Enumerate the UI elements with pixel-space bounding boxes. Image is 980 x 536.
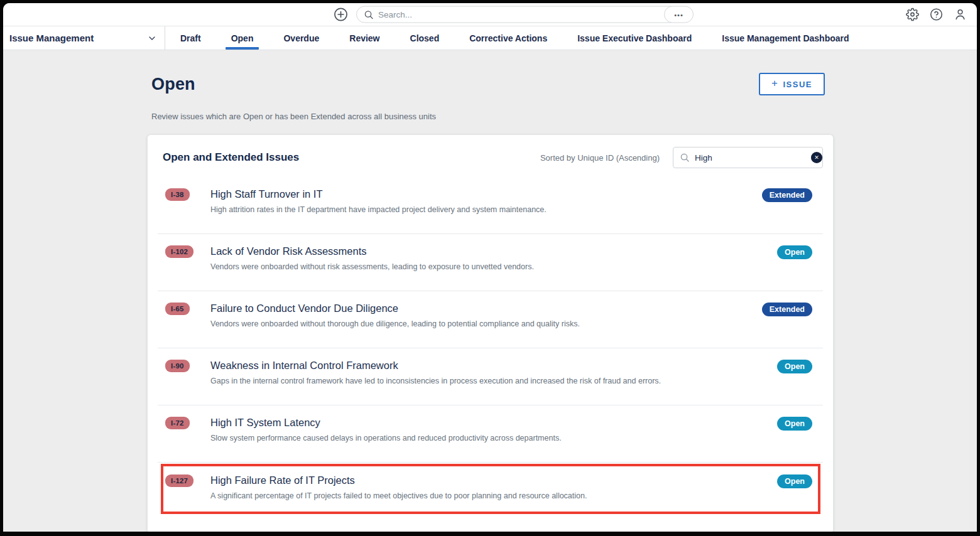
tab-review[interactable]: Review bbox=[334, 26, 395, 50]
tab-open[interactable]: Open bbox=[216, 26, 269, 50]
status-badge: Open bbox=[777, 245, 812, 259]
issue-row-highlighted[interactable]: I-127 High Failure Rate of IT Projects A… bbox=[161, 464, 820, 514]
module-selector[interactable]: Issue Management bbox=[3, 26, 165, 50]
status-badge: Extended bbox=[762, 188, 812, 202]
tab-bar: Draft Open Overdue Review Closed Correct… bbox=[165, 26, 864, 50]
issue-title[interactable]: High Staff Turnover in IT bbox=[210, 188, 752, 201]
issue-filter-input[interactable] bbox=[695, 153, 806, 163]
tab-closed[interactable]: Closed bbox=[395, 26, 455, 50]
issue-title[interactable]: Lack of Vendor Risk Assessments bbox=[210, 245, 767, 258]
issue-description: Vendors were onboarded without risk asse… bbox=[210, 262, 767, 272]
account-button[interactable] bbox=[954, 8, 967, 21]
new-issue-button-label: ISSUE bbox=[783, 80, 812, 89]
issue-id-badge: I-102 bbox=[165, 245, 193, 258]
open-issues-card: Open and Extended Issues Sorted by Uniqu… bbox=[147, 134, 834, 532]
issue-row[interactable]: I-38 High Staff Turnover in IT High attr… bbox=[148, 177, 833, 233]
tab-overdue[interactable]: Overdue bbox=[268, 26, 334, 50]
top-bar: ••• bbox=[3, 3, 977, 26]
search-icon bbox=[364, 9, 374, 19]
help-icon bbox=[930, 8, 943, 21]
status-badge: Open bbox=[777, 360, 812, 373]
chevron-down-icon bbox=[147, 33, 157, 43]
gear-icon bbox=[906, 8, 919, 21]
tab-issue-management-dashboard[interactable]: Issue Management Dashboard bbox=[707, 26, 864, 50]
plus-circle-icon bbox=[334, 8, 348, 22]
page-subtitle: Review issues which are Open or has been… bbox=[151, 112, 977, 121]
issue-description: A significant percentage of IT projects … bbox=[210, 491, 767, 501]
issue-id-badge: I-38 bbox=[165, 188, 190, 201]
issue-title[interactable]: Failure to Conduct Vendor Due Diligence bbox=[210, 302, 752, 315]
issue-description: Vendors were onboarded without thorough … bbox=[210, 319, 752, 329]
nav-bar: Issue Management Draft Open Overdue Revi… bbox=[3, 26, 977, 50]
help-button[interactable] bbox=[930, 8, 943, 21]
divider bbox=[158, 462, 823, 463]
issue-title[interactable]: High IT System Latency bbox=[210, 416, 767, 429]
new-issue-button[interactable]: + ISSUE bbox=[759, 73, 825, 95]
settings-button[interactable] bbox=[906, 8, 919, 21]
module-label: Issue Management bbox=[9, 33, 147, 43]
issue-description: High attrition rates in the IT departmen… bbox=[210, 205, 752, 215]
tab-draft[interactable]: Draft bbox=[165, 26, 216, 50]
issue-title[interactable]: High Failure Rate of IT Projects bbox=[210, 474, 767, 487]
tab-issue-executive-dashboard[interactable]: Issue Executive Dashboard bbox=[562, 26, 707, 50]
status-badge: Extended bbox=[762, 303, 812, 316]
global-search-input[interactable] bbox=[378, 10, 672, 19]
tab-corrective-actions[interactable]: Corrective Actions bbox=[454, 26, 562, 50]
search-options-button[interactable]: ••• bbox=[664, 6, 694, 23]
issue-row[interactable]: I-72 High IT System Latency Slow system … bbox=[148, 405, 833, 462]
issue-description: Gaps in the internal control framework h… bbox=[210, 376, 767, 386]
person-icon bbox=[954, 8, 967, 21]
card-title: Open and Extended Issues bbox=[163, 151, 540, 164]
issue-filter: ✕ bbox=[673, 147, 823, 168]
add-button[interactable] bbox=[334, 8, 348, 22]
issue-row[interactable]: I-90 Weakness in Internal Control Framew… bbox=[148, 348, 833, 405]
issue-id-badge: I-65 bbox=[165, 303, 190, 315]
clear-filter-button[interactable]: ✕ bbox=[811, 152, 822, 163]
issue-description: Slow system performance caused delays in… bbox=[210, 433, 767, 443]
global-search: ••• bbox=[356, 6, 679, 23]
issue-id-badge: I-90 bbox=[165, 360, 190, 372]
status-badge: Open bbox=[777, 417, 812, 431]
issue-id-badge: I-127 bbox=[165, 474, 193, 487]
page-title: Open bbox=[151, 75, 195, 94]
plus-icon: + bbox=[771, 77, 778, 90]
issue-row[interactable]: I-65 Failure to Conduct Vendor Due Dilig… bbox=[148, 291, 833, 348]
issue-id-badge: I-72 bbox=[165, 417, 190, 429]
issue-row[interactable]: I-102 Lack of Vendor Risk Assessments Ve… bbox=[148, 234, 833, 291]
app-window: ••• Issue Management bbox=[3, 3, 977, 532]
main-content: Open + ISSUE Review issues which are Ope… bbox=[3, 50, 977, 532]
issue-title[interactable]: Weakness in Internal Control Framework bbox=[210, 359, 767, 372]
sort-label: Sorted by Unique ID (Ascending) bbox=[540, 153, 660, 163]
status-badge: Open bbox=[777, 474, 812, 488]
search-icon bbox=[680, 153, 690, 163]
